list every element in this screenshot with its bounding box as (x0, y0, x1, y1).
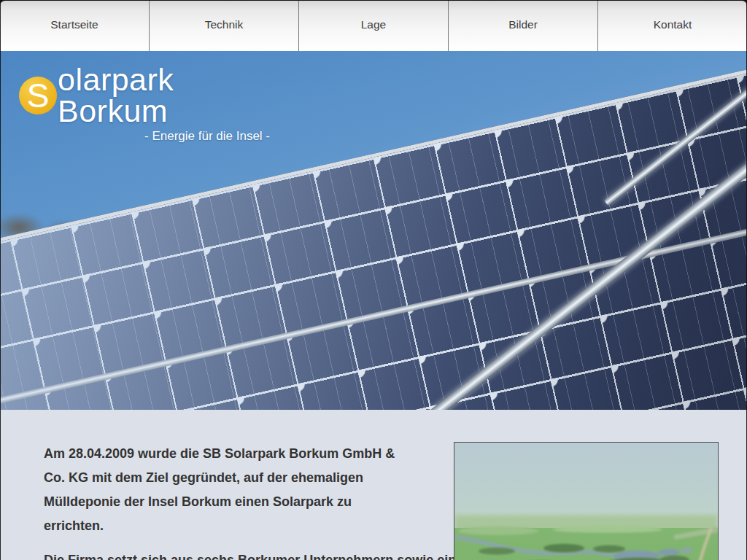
nav-tab-technik[interactable]: Technik (150, 1, 299, 51)
nav-tab-label: Bilder (508, 18, 538, 31)
intro-section: Am 28.04.2009 wurde die SB Solarpark Bor… (0, 410, 747, 560)
mounting-rail-horizontal (0, 160, 747, 408)
brand-tagline: - Energie für die Insel - (19, 129, 271, 144)
nav-tab-label: Technik (205, 18, 244, 31)
mounting-rail-horizontal (25, 346, 747, 410)
intro-paragraph: Am 28.04.2009 wurde die SB Solarpark Bor… (44, 442, 430, 538)
brand-initial: S (27, 79, 50, 112)
nav-tab-lage[interactable]: Lage (299, 1, 449, 51)
sun-icon: S (19, 77, 57, 114)
brand-logo[interactable]: S olarpark Borkum - Energie für die Inse… (19, 64, 271, 144)
nav-tab-kontakt[interactable]: Kontakt (598, 1, 747, 51)
nav-tab-bilder[interactable]: Bilder (449, 1, 598, 51)
hero-banner-solar-panels-photo: S olarpark Borkum - Energie für die Inse… (0, 51, 747, 410)
aerial-island-photo (454, 442, 719, 560)
nav-tab-label: Lage (361, 18, 386, 31)
intro-paragraph-clipped: Die Firma setzt sich aus sechs Borkumer … (44, 548, 430, 560)
main-navigation: Startseite Technik Lage Bilder Kontakt (0, 0, 747, 51)
nav-tab-startseite[interactable]: Startseite (0, 1, 150, 51)
solarpark-borkum-website: Startseite Technik Lage Bilder Kontakt S… (0, 0, 747, 560)
brand-name: olarpark Borkum (58, 64, 271, 127)
nav-tab-label: Startseite (50, 18, 98, 31)
aerial-island-illustration (454, 443, 718, 560)
nav-tab-label: Kontakt (654, 18, 692, 31)
brand-wordmark: S olarpark Borkum (19, 64, 271, 127)
intro-text-column: Am 28.04.2009 wurde die SB Solarpark Bor… (44, 442, 430, 560)
